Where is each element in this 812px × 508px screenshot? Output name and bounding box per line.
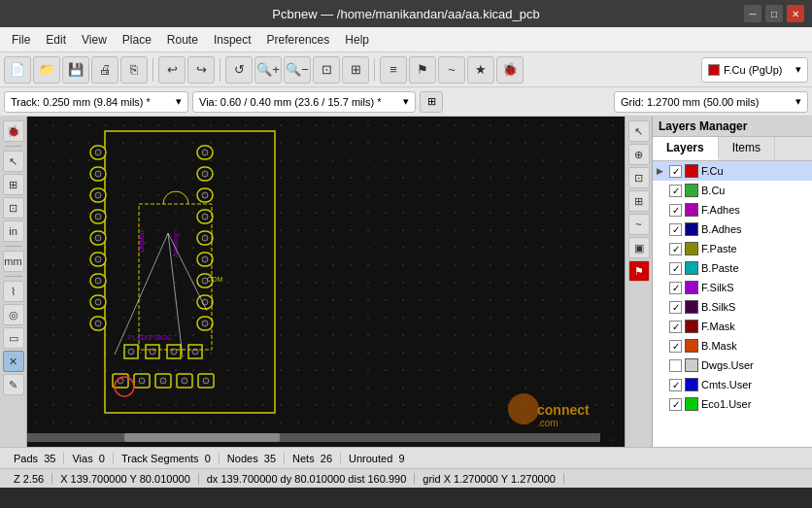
menu-item-route[interactable]: Route [159, 31, 206, 49]
menu-item-help[interactable]: Help [337, 31, 377, 49]
menu-item-place[interactable]: Place [115, 31, 159, 49]
design-rules-button[interactable]: ⚑ [409, 56, 436, 84]
layer-check-3[interactable]: ✓ [669, 223, 682, 236]
unrouted-value: 9 [398, 453, 404, 464]
tab-layers[interactable]: Layers [653, 137, 719, 160]
layer-row-b-silks[interactable]: ✓B.SilkS [653, 297, 812, 317]
layer-row-b-paste[interactable]: ✓B.Paste [653, 258, 812, 278]
menu-item-view[interactable]: View [74, 31, 115, 49]
cross-probe-button[interactable]: ⊕ [628, 144, 650, 165]
layer-row-b-adhes[interactable]: ✓B.Adhes [653, 220, 812, 239]
refresh-button[interactable]: ↺ [225, 56, 253, 84]
ratsnest-button[interactable]: ~ [438, 56, 465, 84]
layer-row-f-adhes[interactable]: ✓F.Adhes [653, 200, 812, 220]
svg-point-29 [202, 214, 208, 220]
layer-name-6: F.SilkS [701, 282, 734, 293]
save-button[interactable]: 💾 [62, 56, 89, 84]
hide-3d-button[interactable]: ▣ [628, 237, 650, 258]
via-button[interactable]: ◎ [3, 304, 24, 325]
svg-point-11 [95, 214, 101, 220]
select-arrow-button[interactable]: ↖ [628, 120, 650, 142]
zone-button[interactable]: ▭ [3, 327, 24, 349]
menu-item-file[interactable]: File [4, 31, 38, 49]
netlist-button[interactable]: ≡ [380, 56, 407, 84]
layer-check-11[interactable]: ✓ [669, 379, 682, 391]
layer-row-f-mask[interactable]: ✓F.Mask [653, 317, 812, 336]
drc-strip-button[interactable]: ⚑ [628, 260, 650, 282]
track-seg-value: 0 [205, 453, 211, 464]
layer-check-8[interactable]: ✓ [669, 321, 682, 333]
close-button[interactable]: ✕ [787, 5, 804, 22]
layer-name-7: B.SilkS [701, 301, 735, 313]
show-pad-nums-button[interactable]: ⊞ [628, 190, 650, 212]
layer-color-10 [685, 358, 698, 372]
layer-row-b-mask[interactable]: ✓B.Mask [653, 336, 812, 356]
mm-button[interactable]: mm [3, 251, 24, 272]
layer-check-6[interactable]: ✓ [669, 282, 682, 294]
redo-button[interactable]: ↪ [187, 56, 215, 84]
menu-item-edit[interactable]: Edit [38, 31, 74, 49]
zoom-area-button[interactable]: ⊞ [342, 56, 369, 84]
add-component-button[interactable]: ⊡ [3, 197, 24, 219]
layer-row-cmts-user[interactable]: ✓Cmts.User [653, 375, 812, 394]
layer-row-f-paste[interactable]: ✓F.Paste [653, 239, 812, 258]
open-button[interactable]: 📁 [33, 56, 60, 84]
select-button[interactable]: ↖ [3, 151, 24, 172]
highlight-button[interactable]: ★ [467, 56, 494, 84]
right-strip-toolbar: ↖ ⊕ ⊡ ⊞ ~ ▣ ⚑ [625, 117, 652, 447]
svg-point-47 [182, 378, 187, 384]
layer-row-dwgs-user[interactable]: Dwgs.User [653, 356, 812, 375]
canvas-area[interactable]: Digital Analog PLADC P3ADC COM connect .… [27, 117, 625, 447]
layer-check-1[interactable]: ✓ [669, 185, 682, 197]
delete-button[interactable]: ✕ [3, 351, 24, 372]
edit-button[interactable]: ✎ [3, 374, 24, 395]
layer-check-2[interactable]: ✓ [669, 204, 682, 217]
zoom-out-button[interactable]: 🔍− [284, 56, 311, 84]
copy-button[interactable]: ⎘ [120, 56, 148, 84]
layer-check-9[interactable]: ✓ [669, 340, 682, 353]
measure-button[interactable]: in [3, 220, 24, 242]
track-select[interactable]: Track: 0.250 mm (9.84 mils) * ▾ [4, 91, 188, 113]
layer-row-f-silks[interactable]: ✓F.SilkS [653, 278, 812, 297]
layer-check-5[interactable]: ✓ [669, 262, 682, 275]
highlight-net-button[interactable]: 🐞 [3, 120, 24, 142]
route-track-button[interactable]: ⌇ [3, 281, 24, 302]
left-toolbar: 🐞 ↖ ⊞ ⊡ in mm ⌇ ◎ ▭ ✕ ✎ [0, 117, 27, 447]
local-ratsnest-button[interactable]: ⊞ [3, 174, 24, 195]
z-coord: Z 2.56 [6, 473, 52, 485]
layer-pairs-button[interactable]: ⊞ [420, 91, 443, 113]
layer-color-1 [685, 184, 698, 197]
layer-color-6 [685, 281, 698, 294]
via-select[interactable]: Via: 0.60 / 0.40 mm (23.6 / 15.7 mils) *… [192, 91, 416, 113]
menu-item-inspect[interactable]: Inspect [206, 31, 259, 49]
layer-row-b-cu[interactable]: ✓B.Cu [653, 181, 812, 200]
grid-select[interactable]: Grid: 1.2700 mm (50.00 mils) ▾ [614, 91, 808, 113]
ratsnest-strip-button[interactable]: ~ [628, 214, 650, 235]
pads-label: Pads [14, 453, 38, 464]
layer-dropdown[interactable]: F.Cu (PgUp) ▾ [701, 57, 808, 83]
print-button[interactable]: 🖨 [91, 56, 118, 84]
zoom-fit-button[interactable]: ⊡ [313, 56, 340, 84]
bug-button[interactable]: 🐞 [496, 56, 524, 84]
highlight-pad-button[interactable]: ⊡ [628, 167, 650, 188]
layer-check-10[interactable] [669, 359, 682, 372]
undo-button[interactable]: ↩ [158, 56, 186, 84]
layer-check-0[interactable]: ✓ [669, 165, 682, 178]
layer-check-12[interactable]: ✓ [669, 398, 682, 411]
svg-point-33 [202, 256, 208, 262]
minimize-button[interactable]: ─ [744, 5, 761, 22]
svg-point-21 [95, 321, 101, 326]
layer-check-7[interactable]: ✓ [669, 301, 682, 314]
layer-name-0: F.Cu [701, 165, 724, 177]
tab-items[interactable]: Items [719, 137, 775, 160]
layer-row-f-cu[interactable]: ▶✓F.Cu [653, 161, 812, 181]
menu-item-preferences[interactable]: Preferences [259, 31, 338, 49]
layer-row-eco1-user[interactable]: ✓Eco1.User [653, 394, 812, 414]
maximize-button[interactable]: □ [765, 5, 783, 22]
layer-check-4[interactable]: ✓ [669, 243, 682, 255]
layer-color-3 [685, 222, 698, 236]
zoom-in-button[interactable]: 🔍+ [254, 56, 282, 84]
new-button[interactable]: 📄 [4, 56, 31, 84]
svg-point-17 [95, 278, 101, 284]
svg-point-43 [139, 378, 145, 384]
